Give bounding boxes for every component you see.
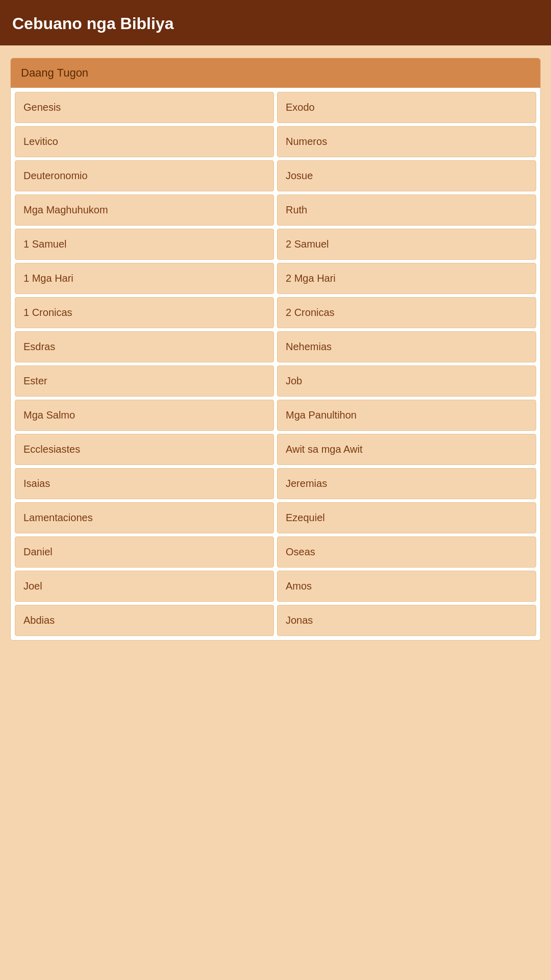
book-item[interactable]: 2 Samuel bbox=[277, 229, 536, 260]
book-item[interactable]: 2 Cronicas bbox=[277, 297, 536, 328]
book-item[interactable]: Lamentaciones bbox=[15, 502, 274, 533]
book-item[interactable]: Awit sa mga Awit bbox=[277, 434, 536, 465]
book-name: 1 Samuel bbox=[23, 238, 67, 250]
book-item[interactable]: Oseas bbox=[277, 536, 536, 568]
book-name: Daniel bbox=[23, 546, 53, 557]
app-header: Cebuano nga Bibliya bbox=[0, 0, 551, 45]
book-item[interactable]: Daniel bbox=[15, 536, 274, 568]
book-item[interactable]: Jonas bbox=[277, 605, 536, 636]
section-header: Daang Tugon bbox=[11, 58, 540, 88]
book-name: Lamentaciones bbox=[23, 512, 93, 523]
book-item[interactable]: Amos bbox=[277, 571, 536, 602]
book-item[interactable]: Levitico bbox=[15, 126, 274, 157]
book-item[interactable]: Numeros bbox=[277, 126, 536, 157]
book-name: Mga Panultihon bbox=[286, 409, 357, 421]
book-name: Mga Salmo bbox=[23, 409, 75, 421]
book-name: Levitico bbox=[23, 136, 58, 147]
book-name: Exodo bbox=[286, 102, 315, 113]
book-name: Oseas bbox=[286, 546, 315, 557]
app-title: Cebuano nga Bibliya bbox=[12, 14, 173, 33]
book-name: 2 Cronicas bbox=[286, 307, 335, 318]
book-item[interactable]: Exodo bbox=[277, 92, 536, 123]
books-card: Daang Tugon GenesisExodoLeviticoNumerosD… bbox=[10, 58, 541, 641]
book-name: Deuteronomio bbox=[23, 170, 88, 181]
book-item[interactable]: Nehemias bbox=[277, 331, 536, 362]
books-grid: GenesisExodoLeviticoNumerosDeuteronomioJ… bbox=[11, 88, 540, 640]
book-name: Ester bbox=[23, 375, 47, 386]
book-item[interactable]: Job bbox=[277, 365, 536, 397]
book-name: Ruth bbox=[286, 204, 307, 215]
book-name: Amos bbox=[286, 580, 312, 592]
book-item[interactable]: 1 Mga Hari bbox=[15, 263, 274, 294]
main-container: Daang Tugon GenesisExodoLeviticoNumerosD… bbox=[0, 45, 551, 653]
book-item[interactable]: Deuteronomio bbox=[15, 160, 274, 191]
book-name: Joel bbox=[23, 580, 42, 592]
book-name: Esdras bbox=[23, 341, 55, 352]
book-item[interactable]: Ezequiel bbox=[277, 502, 536, 533]
book-item[interactable]: Mga Maghuhukom bbox=[15, 194, 274, 226]
book-name: 1 Cronicas bbox=[23, 307, 72, 318]
book-name: 2 Mga Hari bbox=[286, 273, 336, 284]
book-name: Nehemias bbox=[286, 341, 332, 352]
book-name: Ezequiel bbox=[286, 512, 325, 523]
book-item[interactable]: Jeremias bbox=[277, 468, 536, 499]
book-item[interactable]: Genesis bbox=[15, 92, 274, 123]
book-name: 1 Mga Hari bbox=[23, 273, 73, 284]
book-item[interactable]: Josue bbox=[277, 160, 536, 191]
book-name: 2 Samuel bbox=[286, 238, 329, 250]
book-name: Isaias bbox=[23, 478, 50, 489]
book-item[interactable]: Isaias bbox=[15, 468, 274, 499]
book-name: Ecclesiastes bbox=[23, 444, 80, 455]
book-name: Numeros bbox=[286, 136, 327, 147]
book-item[interactable]: Mga Panultihon bbox=[277, 400, 536, 431]
book-name: Jeremias bbox=[286, 478, 327, 489]
book-item[interactable]: Ruth bbox=[277, 194, 536, 226]
section-title: Daang Tugon bbox=[21, 66, 88, 79]
book-item[interactable]: Esdras bbox=[15, 331, 274, 362]
book-item[interactable]: Abdias bbox=[15, 605, 274, 636]
book-name: Job bbox=[286, 375, 302, 386]
book-name: Jonas bbox=[286, 615, 313, 626]
book-name: Mga Maghuhukom bbox=[23, 204, 108, 215]
book-item[interactable]: 1 Samuel bbox=[15, 229, 274, 260]
book-item[interactable]: Mga Salmo bbox=[15, 400, 274, 431]
book-name: Josue bbox=[286, 170, 313, 181]
book-name: Abdias bbox=[23, 615, 55, 626]
book-item[interactable]: Joel bbox=[15, 571, 274, 602]
book-item[interactable]: 1 Cronicas bbox=[15, 297, 274, 328]
book-item[interactable]: Ester bbox=[15, 365, 274, 397]
book-name: Awit sa mga Awit bbox=[286, 444, 362, 455]
book-name: Genesis bbox=[23, 102, 61, 113]
book-item[interactable]: Ecclesiastes bbox=[15, 434, 274, 465]
book-item[interactable]: 2 Mga Hari bbox=[277, 263, 536, 294]
